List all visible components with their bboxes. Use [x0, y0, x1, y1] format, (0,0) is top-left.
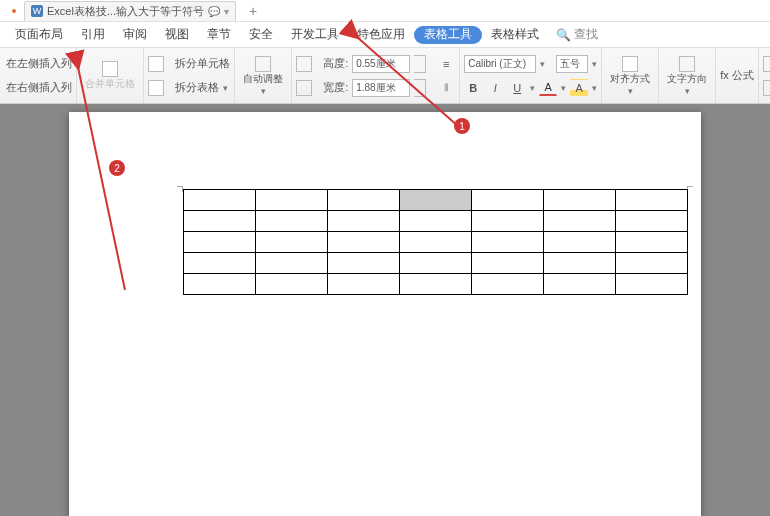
autofit-icon: [255, 56, 271, 72]
row-height-icon: [296, 56, 312, 72]
group-data: 快速计算▾ 标题行重复 转换成文本: [759, 48, 770, 103]
split-cells-icon: [148, 56, 164, 72]
font-name-select[interactable]: Calibri (正文): [464, 55, 536, 73]
selected-cell[interactable]: [400, 190, 472, 211]
dist-cols-icon[interactable]: ⦀: [437, 79, 455, 97]
group-insert-cols: 在左侧插入列 在右侧插入列: [2, 48, 77, 103]
align-button[interactable]: 对齐方式▾: [606, 56, 654, 96]
quick-calc-button[interactable]: 快速计算▾ 标题行重复: [763, 52, 770, 76]
search-box[interactable]: 🔍 查找: [556, 26, 598, 43]
menu-table-tools[interactable]: 表格工具: [414, 26, 482, 44]
group-size: 高度:0.55厘米 ≡ 宽度:1.88厘米 ⦀: [292, 48, 460, 103]
ribbon-toolbar: 在左侧插入列 在右侧插入列 合并单元格 拆分单元格 拆分表格▾ 自动调整 ▾ 高…: [0, 48, 770, 104]
tab-dropdown-icon: ▾: [224, 6, 229, 17]
to-text-icon: [763, 80, 770, 96]
document-table[interactable]: [183, 189, 688, 295]
group-font: Calibri (正文)▾ 五号▾ B I U▾ A▾ A▾: [460, 48, 602, 103]
insert-col-left[interactable]: 在左侧插入列: [6, 52, 72, 76]
split-table-icon: [148, 80, 164, 96]
table-row: [184, 190, 688, 211]
width-spinner[interactable]: [414, 79, 426, 97]
menu-security[interactable]: 安全: [240, 22, 282, 48]
add-tab-button[interactable]: +: [244, 2, 262, 20]
calc-icon: [763, 56, 770, 72]
height-label: 高度:: [323, 56, 348, 71]
group-formula: fx 公式: [716, 48, 759, 103]
text-dir-icon: [679, 56, 695, 72]
formula-button[interactable]: fx 公式: [720, 64, 754, 88]
highlight-button[interactable]: A: [570, 79, 588, 97]
annotation-badge-2: 2: [109, 160, 125, 176]
group-align: 对齐方式▾: [602, 48, 659, 103]
table-row: [184, 274, 688, 295]
font-color-button[interactable]: A: [539, 80, 557, 96]
col-width-icon: [296, 80, 312, 96]
bold-button[interactable]: B: [464, 79, 482, 97]
group-split: 拆分单元格 拆分表格▾: [144, 48, 235, 103]
search-label: 查找: [574, 26, 598, 43]
table-row: [184, 253, 688, 274]
menu-table-style[interactable]: 表格样式: [482, 22, 548, 48]
menu-dev-tools[interactable]: 开发工具: [282, 22, 348, 48]
merge-cells-icon: [102, 61, 118, 77]
tab-comment-icon: 💬: [208, 6, 220, 17]
insert-col-right[interactable]: 在右侧插入列: [6, 76, 72, 100]
width-label: 宽度:: [323, 80, 348, 95]
split-cells-button[interactable]: 拆分单元格: [148, 52, 230, 76]
wps-doc-icon: W: [31, 5, 43, 17]
menu-section[interactable]: 章节: [198, 22, 240, 48]
table-row: [184, 232, 688, 253]
width-input[interactable]: 1.88厘米: [352, 79, 410, 97]
chevron-down-icon: ▾: [261, 86, 266, 96]
height-input[interactable]: 0.55厘米: [352, 55, 410, 73]
tab-indicator-dot: [12, 9, 16, 13]
document-page[interactable]: [69, 112, 701, 516]
height-spinner[interactable]: [414, 55, 426, 73]
menu-bar: 页面布局 引用 审阅 视图 章节 安全 开发工具 特色应用 表格工具 表格样式 …: [0, 22, 770, 48]
title-tabbar: W Excel表格技...输入大于等于符号 💬 ▾ +: [0, 0, 770, 22]
split-table-button[interactable]: 拆分表格▾: [148, 76, 230, 100]
italic-button[interactable]: I: [486, 79, 504, 97]
document-tab[interactable]: W Excel表格技...输入大于等于符号 💬 ▾: [24, 1, 236, 21]
font-size-select[interactable]: 五号: [556, 55, 588, 73]
search-icon: 🔍: [556, 28, 571, 42]
align-icon: [622, 56, 638, 72]
merge-cells-label: 合并单元格: [85, 77, 135, 91]
table-row: [184, 211, 688, 232]
group-textdir: 文字方向▾: [659, 48, 716, 103]
group-merge: 合并单元格: [77, 48, 144, 103]
dist-rows-icon[interactable]: ≡: [437, 55, 455, 73]
menu-view[interactable]: 视图: [156, 22, 198, 48]
menu-review[interactable]: 审阅: [114, 22, 156, 48]
autofit-button[interactable]: 自动调整 ▾: [239, 56, 287, 96]
underline-button[interactable]: U: [508, 79, 526, 97]
menu-special-apps[interactable]: 特色应用: [348, 22, 414, 48]
tab-title: Excel表格技...输入大于等于符号: [47, 4, 204, 19]
text-direction-button[interactable]: 文字方向▾: [663, 56, 711, 96]
merge-cells-button[interactable]: 合并单元格: [81, 61, 139, 91]
group-autofit: 自动调整 ▾: [235, 48, 292, 103]
menu-page-layout[interactable]: 页面布局: [6, 22, 72, 48]
annotation-badge-1: 1: [454, 118, 470, 134]
menu-references[interactable]: 引用: [72, 22, 114, 48]
